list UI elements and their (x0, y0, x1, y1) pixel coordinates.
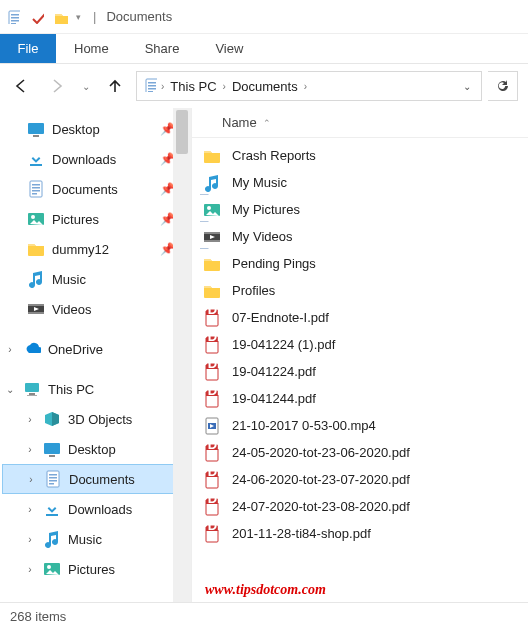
sidebar-item-music-pc[interactable]: › Music (2, 524, 174, 554)
folder-icon (26, 239, 46, 259)
list-item[interactable]: 19-041224.pdf (202, 358, 528, 385)
pin-icon: 📌 (160, 212, 174, 226)
status-item-count: 268 items (10, 609, 66, 624)
sidebar-item-onedrive[interactable]: › OneDrive (2, 334, 174, 364)
chevron-right-icon[interactable]: › (24, 504, 36, 515)
pdf-icon (202, 524, 222, 544)
sidebar-item-this-pc[interactable]: ⌄ This PC (2, 374, 174, 404)
chevron-right-icon[interactable]: › (4, 344, 16, 355)
chevron-right-icon[interactable]: › (24, 534, 36, 545)
sidebar-item-pictures-qa[interactable]: › Pictures 📌 (2, 204, 174, 234)
breadcrumb-this-pc[interactable]: This PC (166, 79, 220, 94)
sidebar-item-desktop[interactable]: › Desktop 📌 (2, 114, 174, 144)
address-dropdown-icon[interactable]: ⌄ (457, 81, 477, 92)
window-title: Documents (102, 9, 172, 24)
chevron-right-icon[interactable]: › (24, 414, 36, 425)
music-icon (26, 269, 46, 289)
address-bar[interactable]: › This PC › Documents › ⌄ (136, 71, 482, 101)
column-header-name[interactable]: Name (222, 115, 257, 130)
nav-forward-button[interactable] (42, 71, 72, 101)
qat-newfolder-icon[interactable] (52, 8, 70, 26)
sort-indicator-icon: ⌃ (263, 118, 271, 128)
pictures-icon (26, 209, 46, 229)
list-item[interactable]: My Music (202, 169, 528, 196)
downloads-icon (42, 499, 62, 519)
list-item[interactable]: 07-Endnote-I.pdf (202, 304, 528, 331)
pdf-icon (202, 443, 222, 463)
navigation-pane: › Desktop 📌 › Downloads 📌 › Documents 📌 … (0, 108, 192, 602)
tab-home[interactable]: Home (56, 34, 127, 63)
list-item[interactable]: 24-07-2020-tot-23-08-2020.pdf (202, 493, 528, 520)
chevron-down-icon[interactable]: ⌄ (4, 384, 16, 395)
watermark-text: www.tipsdotcom.com (205, 582, 326, 598)
chevron-right-icon[interactable]: › (221, 81, 228, 92)
pdf-icon (202, 308, 222, 328)
list-item[interactable]: My Pictures (202, 196, 528, 223)
nav-up-button[interactable] (100, 71, 130, 101)
list-item[interactable]: 24-05-2020-tot-23-06-2020.pdf (202, 439, 528, 466)
list-item[interactable]: 24-06-2020-tot-23-07-2020.pdf (202, 466, 528, 493)
refresh-button[interactable] (488, 71, 518, 101)
sidebar-item-3dobjects[interactable]: › 3D Objects (2, 404, 174, 434)
tab-view[interactable]: View (197, 34, 261, 63)
chevron-right-icon[interactable]: › (159, 81, 166, 92)
music-shortcut-icon (202, 173, 222, 193)
nav-back-button[interactable] (6, 71, 36, 101)
downloads-icon (26, 149, 46, 169)
tab-file[interactable]: File (0, 34, 56, 63)
onedrive-icon (22, 339, 42, 359)
pin-icon: 📌 (160, 122, 174, 136)
sidebar-item-dummy12[interactable]: › dummy12 📌 (2, 234, 174, 264)
chevron-right-icon[interactable]: › (24, 444, 36, 455)
app-icon (4, 8, 22, 26)
desktop-icon (26, 119, 46, 139)
pictures-icon (42, 559, 62, 579)
list-item[interactable]: My Videos (202, 223, 528, 250)
3d-icon (42, 409, 62, 429)
videos-shortcut-icon (202, 227, 222, 247)
desktop-icon (42, 439, 62, 459)
list-item[interactable]: 19-041224 (1).pdf (202, 331, 528, 358)
sidebar-item-documents-qa[interactable]: › Documents 📌 (2, 174, 174, 204)
folder-icon (202, 254, 222, 274)
list-item[interactable]: 19-041244.pdf (202, 385, 528, 412)
list-item[interactable]: Pending Pings (202, 250, 528, 277)
address-icon (143, 78, 159, 94)
tab-share[interactable]: Share (127, 34, 198, 63)
pin-icon: 📌 (160, 182, 174, 196)
music-icon (42, 529, 62, 549)
list-item[interactable]: Crash Reports (202, 142, 528, 169)
documents-icon (26, 179, 46, 199)
pdf-icon (202, 470, 222, 490)
pdf-icon (202, 389, 222, 409)
chevron-right-icon[interactable]: › (25, 474, 37, 485)
sidebar-item-music-qa[interactable]: › Music (2, 264, 174, 294)
chevron-right-icon[interactable]: › (24, 564, 36, 575)
sidebar-item-downloads-pc[interactable]: › Downloads (2, 494, 174, 524)
sidebar-item-downloads[interactable]: › Downloads 📌 (2, 144, 174, 174)
sidebar-item-pictures-pc[interactable]: › Pictures (2, 554, 174, 584)
list-item[interactable]: 21-10-2017 0-53-00.mp4 (202, 412, 528, 439)
pdf-icon (202, 497, 222, 517)
folder-icon (202, 281, 222, 301)
sidebar-item-documents[interactable]: › Documents (2, 464, 174, 494)
documents-icon (43, 469, 63, 489)
pin-icon: 📌 (160, 152, 174, 166)
folder-icon (202, 146, 222, 166)
pdf-icon (202, 335, 222, 355)
list-item[interactable]: 201-11-28-ti84-shop.pdf (202, 520, 528, 547)
list-item[interactable]: Profiles (202, 277, 528, 304)
chevron-right-icon[interactable]: › (302, 81, 309, 92)
videos-icon (26, 299, 46, 319)
title-separator: | (87, 9, 102, 24)
breadcrumb-documents[interactable]: Documents (228, 79, 302, 94)
sidebar-item-videos-qa[interactable]: › Videos (2, 294, 174, 324)
nav-history-dropdown[interactable]: ⌄ (78, 71, 94, 101)
sidebar-item-desktop-pc[interactable]: › Desktop (2, 434, 174, 464)
qat-properties-icon[interactable] (28, 8, 46, 26)
qat-dropdown-icon[interactable]: ▾ (76, 12, 81, 22)
scroll-thumb[interactable] (176, 110, 188, 154)
pictures-shortcut-icon (202, 200, 222, 220)
pdf-icon (202, 362, 222, 382)
nav-scrollbar[interactable]: ▴ (173, 108, 191, 602)
